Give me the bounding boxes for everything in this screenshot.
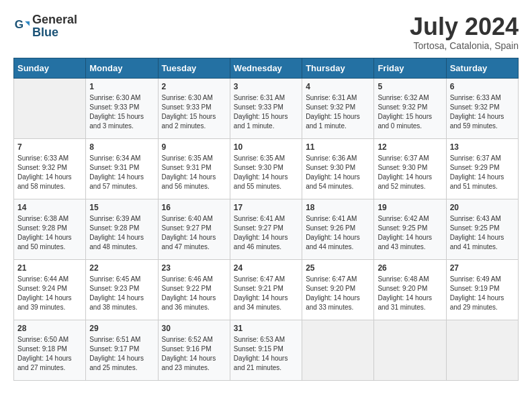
calendar-cell: 16Sunrise: 6:40 AMSunset: 9:27 PMDayligh… [158, 199, 230, 259]
day-info: Sunrise: 6:48 AMSunset: 9:20 PMDaylight:… [378, 275, 442, 312]
day-number: 10 [234, 142, 298, 152]
calendar-cell: 9Sunrise: 6:35 AMSunset: 9:31 PMDaylight… [158, 138, 230, 199]
calendar-cell: 30Sunrise: 6:52 AMSunset: 9:16 PMDayligh… [158, 320, 230, 380]
header-tuesday: Tuesday [158, 58, 230, 78]
day-number: 21 [17, 263, 82, 273]
title-area: July 2024 Tortosa, Catalonia, Spain [410, 13, 519, 51]
calendar-cell: 22Sunrise: 6:45 AMSunset: 9:23 PMDayligh… [86, 259, 158, 320]
day-info: Sunrise: 6:32 AMSunset: 9:32 PMDaylight:… [378, 93, 442, 131]
calendar-cell: 28Sunrise: 6:50 AMSunset: 9:18 PMDayligh… [14, 320, 86, 380]
page-header: G General Blue July 2024 Tortosa, Catalo… [13, 13, 519, 51]
calendar-cell: 11Sunrise: 6:36 AMSunset: 9:30 PMDayligh… [302, 138, 374, 199]
calendar-table: SundayMondayTuesdayWednesdayThursdayFrid… [13, 58, 519, 381]
calendar-cell: 3Sunrise: 6:31 AMSunset: 9:33 PMDaylight… [230, 78, 302, 138]
calendar-cell: 4Sunrise: 6:31 AMSunset: 9:32 PMDaylight… [302, 78, 374, 138]
day-number: 11 [306, 142, 370, 152]
calendar-cell: 17Sunrise: 6:41 AMSunset: 9:27 PMDayligh… [230, 199, 302, 259]
calendar-cell [446, 320, 518, 380]
day-number: 8 [89, 142, 154, 152]
day-number: 31 [234, 324, 298, 333]
calendar-cell: 5Sunrise: 6:32 AMSunset: 9:32 PMDaylight… [374, 78, 446, 138]
calendar-cell: 19Sunrise: 6:42 AMSunset: 9:25 PMDayligh… [374, 199, 446, 259]
day-info: Sunrise: 6:35 AMSunset: 9:30 PMDaylight:… [234, 154, 298, 191]
day-info: Sunrise: 6:34 AMSunset: 9:31 PMDaylight:… [89, 154, 154, 191]
day-info: Sunrise: 6:46 AMSunset: 9:22 PMDaylight:… [162, 275, 226, 312]
day-info: Sunrise: 6:40 AMSunset: 9:27 PMDaylight:… [162, 214, 226, 252]
day-info: Sunrise: 6:39 AMSunset: 9:28 PMDaylight:… [89, 214, 154, 252]
logo-blue: Blue [32, 26, 58, 39]
day-number: 7 [17, 142, 82, 152]
calendar-cell: 29Sunrise: 6:51 AMSunset: 9:17 PMDayligh… [86, 320, 158, 380]
calendar-cell: 6Sunrise: 6:33 AMSunset: 9:32 PMDaylight… [446, 78, 518, 138]
day-number: 12 [378, 142, 442, 152]
week-row-4: 21Sunrise: 6:44 AMSunset: 9:24 PMDayligh… [14, 259, 519, 320]
calendar-cell: 25Sunrise: 6:47 AMSunset: 9:20 PMDayligh… [302, 259, 374, 320]
day-number: 14 [17, 203, 82, 212]
day-info: Sunrise: 6:49 AMSunset: 9:19 PMDaylight:… [450, 275, 515, 312]
day-number: 19 [378, 203, 442, 212]
day-info: Sunrise: 6:33 AMSunset: 9:32 PMDaylight:… [17, 154, 82, 191]
day-number: 5 [378, 82, 442, 91]
svg-marker-1 [25, 21, 30, 26]
day-info: Sunrise: 6:50 AMSunset: 9:18 PMDaylight:… [17, 335, 82, 373]
day-info: Sunrise: 6:41 AMSunset: 9:27 PMDaylight:… [234, 214, 298, 252]
day-info: Sunrise: 6:37 AMSunset: 9:29 PMDaylight:… [450, 154, 515, 191]
day-number: 20 [450, 203, 515, 212]
week-row-3: 14Sunrise: 6:38 AMSunset: 9:28 PMDayligh… [14, 199, 519, 259]
day-info: Sunrise: 6:43 AMSunset: 9:25 PMDaylight:… [450, 214, 515, 252]
day-number: 13 [450, 142, 515, 152]
day-info: Sunrise: 6:51 AMSunset: 9:17 PMDaylight:… [89, 335, 154, 373]
calendar-cell: 14Sunrise: 6:38 AMSunset: 9:28 PMDayligh… [14, 199, 86, 259]
calendar-cell: 15Sunrise: 6:39 AMSunset: 9:28 PMDayligh… [86, 199, 158, 259]
day-number: 27 [450, 263, 515, 273]
day-info: Sunrise: 6:38 AMSunset: 9:28 PMDaylight:… [17, 214, 82, 252]
calendar-cell: 2Sunrise: 6:30 AMSunset: 9:33 PMDaylight… [158, 78, 230, 138]
header-thursday: Thursday [302, 58, 374, 78]
calendar-cell [302, 320, 374, 380]
calendar-cell: 18Sunrise: 6:41 AMSunset: 9:26 PMDayligh… [302, 199, 374, 259]
header-wednesday: Wednesday [230, 58, 302, 78]
day-number: 24 [234, 263, 298, 273]
day-number: 9 [162, 142, 226, 152]
day-info: Sunrise: 6:44 AMSunset: 9:24 PMDaylight:… [17, 275, 82, 312]
header-sunday: Sunday [14, 58, 86, 78]
day-info: Sunrise: 6:53 AMSunset: 9:15 PMDaylight:… [234, 335, 298, 373]
week-row-2: 7Sunrise: 6:33 AMSunset: 9:32 PMDaylight… [14, 138, 519, 199]
day-info: Sunrise: 6:30 AMSunset: 9:33 PMDaylight:… [162, 93, 226, 131]
day-number: 3 [234, 82, 298, 91]
day-number: 26 [378, 263, 442, 273]
calendar-cell: 13Sunrise: 6:37 AMSunset: 9:29 PMDayligh… [446, 138, 518, 199]
day-number: 29 [89, 324, 154, 333]
day-number: 30 [162, 324, 226, 333]
day-info: Sunrise: 6:42 AMSunset: 9:25 PMDaylight:… [378, 214, 442, 252]
calendar-cell: 20Sunrise: 6:43 AMSunset: 9:25 PMDayligh… [446, 199, 518, 259]
calendar-cell: 23Sunrise: 6:46 AMSunset: 9:22 PMDayligh… [158, 259, 230, 320]
calendar-cell [374, 320, 446, 380]
location-title: Tortosa, Catalonia, Spain [410, 40, 519, 51]
day-info: Sunrise: 6:35 AMSunset: 9:31 PMDaylight:… [162, 154, 226, 191]
month-title: July 2024 [410, 13, 519, 40]
calendar-cell: 8Sunrise: 6:34 AMSunset: 9:31 PMDaylight… [86, 138, 158, 199]
day-info: Sunrise: 6:47 AMSunset: 9:20 PMDaylight:… [306, 275, 370, 312]
day-number: 23 [162, 263, 226, 273]
day-info: Sunrise: 6:37 AMSunset: 9:30 PMDaylight:… [378, 154, 442, 191]
logo-text: General Blue [32, 13, 77, 39]
logo-graphic: G [13, 17, 30, 36]
calendar-cell: 10Sunrise: 6:35 AMSunset: 9:30 PMDayligh… [230, 138, 302, 199]
calendar-cell [14, 78, 86, 138]
calendar-cell: 26Sunrise: 6:48 AMSunset: 9:20 PMDayligh… [374, 259, 446, 320]
day-number: 17 [234, 203, 298, 212]
calendar-cell: 1Sunrise: 6:30 AMSunset: 9:33 PMDaylight… [86, 78, 158, 138]
logo-general: General [32, 13, 77, 26]
calendar-cell: 12Sunrise: 6:37 AMSunset: 9:30 PMDayligh… [374, 138, 446, 199]
day-info: Sunrise: 6:31 AMSunset: 9:32 PMDaylight:… [306, 93, 370, 131]
day-info: Sunrise: 6:33 AMSunset: 9:32 PMDaylight:… [450, 93, 515, 131]
day-number: 4 [306, 82, 370, 91]
day-number: 22 [89, 263, 154, 273]
week-row-1: 1Sunrise: 6:30 AMSunset: 9:33 PMDaylight… [14, 78, 519, 138]
day-info: Sunrise: 6:30 AMSunset: 9:33 PMDaylight:… [89, 93, 154, 131]
day-info: Sunrise: 6:31 AMSunset: 9:33 PMDaylight:… [234, 93, 298, 131]
header-friday: Friday [374, 58, 446, 78]
calendar-cell: 31Sunrise: 6:53 AMSunset: 9:15 PMDayligh… [230, 320, 302, 380]
svg-text:G: G [15, 17, 24, 31]
